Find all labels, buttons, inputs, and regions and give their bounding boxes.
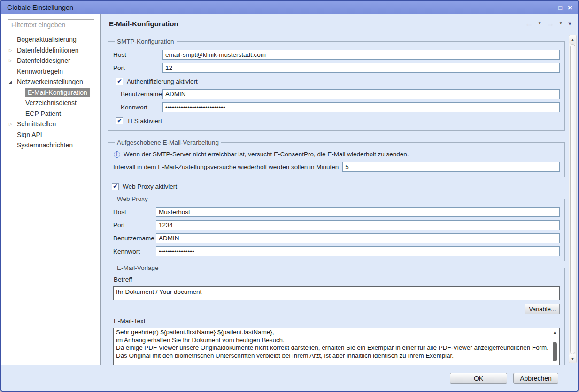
email-body-text[interactable]: Sehr geehrte(r) ${patient.firstName} ${p… <box>114 328 559 365</box>
panel-scrollbar[interactable]: ▲ ▼ <box>569 35 577 363</box>
deferred-info-row: i Wenn der SMTP-Server nicht erreichbar … <box>114 151 560 158</box>
chevron-right-icon[interactable]: ▷ <box>9 122 17 126</box>
auth-enabled-row: ✔ Authentifizierung aktiviert <box>116 78 560 85</box>
sidebar-item-verzeichnisdienst[interactable]: Verzeichnisdienst <box>1 98 100 108</box>
ok-button[interactable]: OK <box>450 373 507 384</box>
maximize-icon[interactable]: □ <box>558 5 562 11</box>
proxy-host-input[interactable] <box>156 207 560 217</box>
subject-label: Betreff <box>114 276 560 283</box>
back-dropdown-icon[interactable]: ▼ <box>538 22 541 25</box>
sidebar-item-label: Verzeichnisdienst <box>25 99 77 107</box>
proxy-username-row: Benutzername <box>113 233 560 243</box>
smtp-username-input[interactable] <box>162 89 560 99</box>
retry-interval-input[interactable] <box>342 162 560 172</box>
smtp-section-legend: SMTP-Konfiguration <box>115 38 177 45</box>
sidebar-item-label: Sign API <box>17 131 42 138</box>
sidebar-item-bogenaktualisierung[interactable]: Bogenaktualisierung <box>1 34 100 45</box>
scrollbar-thumb[interactable] <box>570 44 575 354</box>
web-proxy-legend: Web Proxy <box>115 195 150 202</box>
email-body-editor[interactable]: Sehr geehrte(r) ${patient.firstName} ${p… <box>113 328 560 365</box>
sidebar-item-label-selected: E-Mail-Konfiguration <box>25 88 90 97</box>
proxy-port-row: Port <box>113 220 560 230</box>
variable-button[interactable]: Variable... <box>525 304 560 314</box>
sidebar-item-label: Schnittstellen <box>17 120 56 128</box>
sidebar-item-label: ECP Patient <box>25 110 61 117</box>
sidebar-item-systemnachrichten[interactable]: Systemnachrichten <box>1 140 100 151</box>
web-proxy-enabled-row: ✔ Web Proxy aktiviert <box>112 183 565 190</box>
sidebar-item-label: Systemnachrichten <box>17 141 73 149</box>
tls-enabled-checkbox[interactable]: ✔ <box>116 117 123 124</box>
info-icon: i <box>114 151 120 158</box>
proxy-password-row: Kennwort <box>113 246 560 256</box>
history-nav: ← ▼ → ▼ ▼ <box>525 20 572 28</box>
global-settings-dialog: Globale Einstellungen □ × Bogenaktualisi… <box>0 0 579 392</box>
check-icon: ✔ <box>113 184 117 189</box>
auth-enabled-checkbox[interactable]: ✔ <box>116 78 123 85</box>
window-controls: □ × <box>558 4 572 12</box>
smtp-password-input[interactable] <box>162 102 560 112</box>
proxy-port-input[interactable] <box>156 220 560 230</box>
sidebar-item-ecp-patient[interactable]: ECP Patient <box>1 108 100 119</box>
web-proxy-enabled-checkbox[interactable]: ✔ <box>112 183 119 190</box>
smtp-port-label: Port <box>113 64 162 71</box>
deferred-mail-section: Aufgeschobene E-Mail-Verarbeitung i Wenn… <box>108 139 565 177</box>
sidebar-item-netzwerkeinstellungen[interactable]: ◢ Netzwerkeinstellungen <box>1 77 100 87</box>
settings-tree: Bogenaktualisierung ▷ Datenfelddefinitio… <box>1 34 100 151</box>
main-body: SMTP-Konfiguration Host Port ✔ <box>101 33 578 365</box>
filter-input[interactable] <box>8 19 94 30</box>
smtp-host-input[interactable] <box>162 50 560 60</box>
check-icon: ✔ <box>117 78 122 84</box>
back-icon[interactable]: ← <box>525 20 533 28</box>
close-icon[interactable]: × <box>568 4 572 12</box>
proxy-username-input[interactable] <box>156 233 560 243</box>
scroll-up-icon[interactable]: ▲ <box>553 331 557 335</box>
main-panel: E-Mail-Konfiguration ← ▼ → ▼ ▼ SMTP-Konf… <box>101 14 578 365</box>
sidebar-item-datenfelddefinitionen[interactable]: ▷ Datenfelddefinitionen <box>1 45 100 56</box>
web-proxy-section: Web Proxy Host Port Benutzername <box>108 195 565 261</box>
proxy-username-label: Benutzername <box>113 235 156 242</box>
retry-interval-label: Intervall in dem E-Mail-Zustellungsversu… <box>113 163 339 170</box>
sidebar-item-datenfelddesigner[interactable]: ▷ Datenfelddesigner <box>1 55 100 66</box>
deferred-mail-legend: Aufgeschobene E-Mail-Verarbeitung <box>115 139 221 146</box>
proxy-host-row: Host <box>113 207 560 217</box>
dialog-footer: OK Abbrechen <box>1 365 578 391</box>
email-body-scrollbar[interactable]: ▲ ▼ <box>551 329 559 365</box>
titlebar[interactable]: Globale Einstellungen □ × <box>1 1 578 14</box>
variable-button-row: Variable... <box>113 304 560 314</box>
sidebar-item-kennwortregeln[interactable]: Kennwortregeln <box>1 66 100 77</box>
sidebar-item-sign-api[interactable]: Sign API <box>1 130 100 140</box>
email-template-section: E-Mail-Vorlage Betreff Variable... E-Mai… <box>108 264 565 365</box>
proxy-port-label: Port <box>113 222 156 229</box>
dialog-body: Bogenaktualisierung ▷ Datenfelddefinitio… <box>1 14 578 365</box>
forward-dropdown-icon[interactable]: ▼ <box>559 22 563 25</box>
chevron-right-icon[interactable]: ▷ <box>9 48 17 53</box>
tls-enabled-row: ✔ TLS aktiviert <box>116 117 560 124</box>
smtp-password-row: Kennwort <box>113 102 560 112</box>
tls-enabled-label: TLS aktiviert <box>127 117 162 124</box>
settings-sidebar: Bogenaktualisierung ▷ Datenfelddefinitio… <box>1 14 101 365</box>
sidebar-item-label: Datenfelddesigner <box>17 57 70 64</box>
email-config-form: SMTP-Konfiguration Host Port ✔ <box>101 33 568 365</box>
sidebar-item-schnittstellen[interactable]: ▷ Schnittstellen <box>1 119 100 130</box>
sidebar-item-email-konfiguration[interactable]: E-Mail-Konfiguration <box>1 87 100 98</box>
proxy-host-label: Host <box>113 208 156 215</box>
proxy-password-label: Kennwort <box>113 248 156 255</box>
chevron-right-icon[interactable]: ▷ <box>9 58 17 63</box>
scrollbar-thumb[interactable] <box>553 342 557 361</box>
proxy-password-input[interactable] <box>156 246 560 256</box>
forward-icon[interactable]: → <box>546 20 554 28</box>
smtp-username-label: Benutzername <box>121 91 162 98</box>
smtp-host-row: Host <box>113 50 560 60</box>
page-title: E-Mail-Konfiguration <box>109 20 178 28</box>
smtp-port-input[interactable] <box>162 63 560 73</box>
scroll-down-icon[interactable]: ▼ <box>569 354 576 363</box>
scroll-up-icon[interactable]: ▲ <box>569 35 576 44</box>
main-header: E-Mail-Konfiguration ← ▼ → ▼ ▼ <box>101 14 578 33</box>
menu-dropdown-icon[interactable]: ▼ <box>567 21 572 26</box>
smtp-password-label: Kennwort <box>121 104 162 111</box>
chevron-expanded-icon[interactable]: ◢ <box>9 80 17 84</box>
cancel-button[interactable]: Abbrechen <box>513 373 558 384</box>
subject-input[interactable] <box>113 286 560 300</box>
smtp-section: SMTP-Konfiguration Host Port ✔ <box>108 38 565 131</box>
sidebar-item-label: Datenfelddefinitionen <box>17 46 79 54</box>
